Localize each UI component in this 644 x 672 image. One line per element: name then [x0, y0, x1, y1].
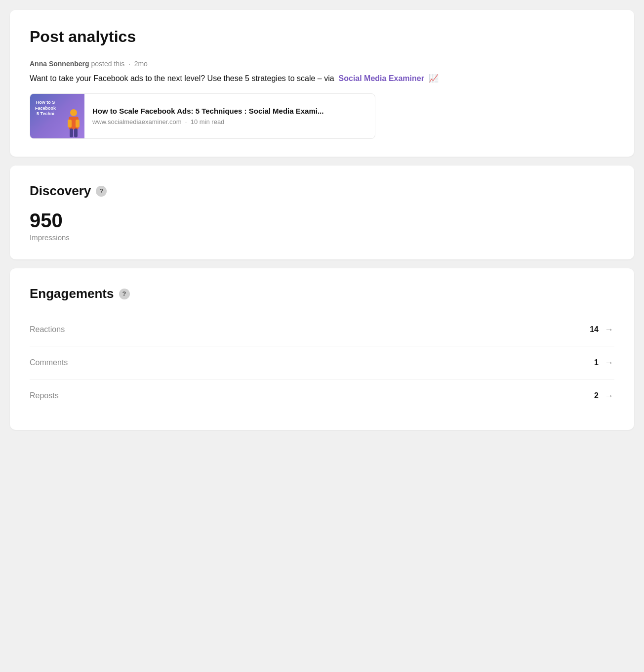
arrow-right-icon[interactable]: →	[604, 390, 614, 401]
table-row[interactable]: Comments 1 →	[30, 346, 614, 379]
post-analytics-card: Post analytics Anna Sonnenberg posted th…	[10, 10, 634, 157]
post-action: posted this	[91, 60, 124, 68]
table-row[interactable]: Reposts 2 →	[30, 379, 614, 412]
engagements-section-title: Engagements ?	[30, 286, 614, 301]
engagement-label: Reposts	[30, 391, 59, 400]
engagement-label: Reactions	[30, 325, 65, 334]
post-body-text: Want to take your Facebook ads to the ne…	[30, 73, 614, 84]
svg-rect-2	[68, 120, 72, 127]
engagement-count: 1	[594, 358, 599, 367]
svg-rect-4	[70, 128, 73, 137]
arrow-right-icon[interactable]: →	[604, 324, 614, 335]
engagements-title-text: Engagements	[30, 286, 114, 301]
article-preview[interactable]: How to SFacebook5 Techni How to Scale Fa…	[30, 93, 375, 139]
table-row[interactable]: Reactions 14 →	[30, 313, 614, 346]
engagements-card: Engagements ? Reactions 14 → Comments 1 …	[10, 268, 634, 430]
discovery-help-icon[interactable]: ?	[96, 186, 107, 197]
page-title: Post analytics	[30, 28, 614, 46]
post-link[interactable]: Social Media Examiner	[339, 74, 424, 83]
engagement-rows-container: Reactions 14 → Comments 1 → Reposts 2 →	[30, 313, 614, 412]
post-author: Anna Sonnenberg	[30, 60, 89, 68]
svg-point-0	[70, 109, 77, 116]
engagements-help-icon[interactable]: ?	[119, 289, 130, 299]
engagement-label: Comments	[30, 358, 68, 367]
svg-rect-5	[74, 128, 78, 137]
article-thumbnail-text: How to SFacebook5 Techni	[32, 97, 59, 120]
impressions-value: 950	[30, 210, 614, 230]
post-body-content: Want to take your Facebook ads to the ne…	[30, 74, 334, 83]
impressions-label: Impressions	[30, 233, 614, 242]
engagement-count: 2	[594, 391, 599, 400]
engagement-value-group: 14 →	[590, 324, 614, 335]
svg-rect-3	[76, 120, 80, 127]
engagement-count: 14	[590, 325, 599, 334]
article-source-url: www.socialmediaexaminer.com	[92, 118, 182, 126]
article-info: How to Scale Facebook Ads: 5 Techniques …	[84, 101, 331, 131]
post-time: 2mo	[134, 60, 148, 68]
article-read-time: 10 min read	[191, 118, 225, 126]
article-thumbnail: How to SFacebook5 Techni	[30, 94, 84, 138]
discovery-section-title: Discovery ?	[30, 183, 614, 199]
article-figure-icon	[65, 109, 82, 138]
arrow-right-icon[interactable]: →	[604, 357, 614, 368]
discovery-card: Discovery ? 950 Impressions	[10, 166, 634, 259]
post-emoji: 📈	[429, 74, 439, 83]
article-source: www.socialmediaexaminer.com · 10 min rea…	[92, 118, 323, 126]
engagement-value-group: 2 →	[594, 390, 614, 401]
post-meta: Anna Sonnenberg posted this · 2mo	[30, 60, 614, 68]
engagement-value-group: 1 →	[594, 357, 614, 368]
discovery-title-text: Discovery	[30, 183, 91, 199]
article-title: How to Scale Facebook Ads: 5 Techniques …	[92, 107, 323, 115]
